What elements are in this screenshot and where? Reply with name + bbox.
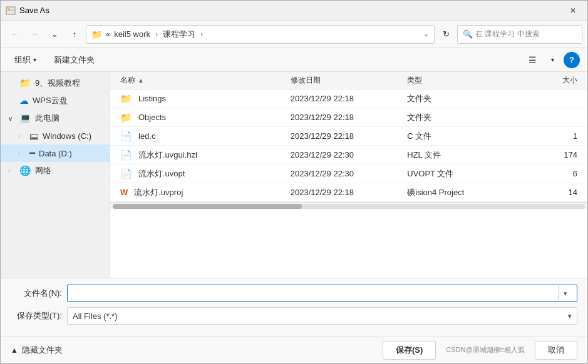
expand-arrow-computer: ∨ (8, 115, 16, 122)
col-size-label: 大小 (562, 76, 577, 84)
dropdown-button[interactable]: ⌄ (46, 26, 63, 43)
file-type-cell: HZL 文件 (402, 149, 519, 161)
filetype-select-text: All Files (*.*) (73, 311, 118, 321)
file-type-cell: 文件夹 (402, 112, 519, 123)
sort-arrow-name: ▲ (138, 77, 144, 84)
view-dropdown-button[interactable]: ▾ (544, 52, 561, 68)
file-type-cell: C 文件 (402, 131, 519, 142)
new-folder-label: 新建文件夹 (54, 55, 95, 64)
filetype-select[interactable]: All Files (*.*) ▾ (67, 307, 577, 325)
table-row[interactable]: 📄 流水灯.uvgui.hzl 2023/12/29 22:30 HZL 文件 … (110, 146, 587, 164)
file-date-cell: 2023/12/29 22:30 (286, 150, 403, 159)
svg-rect-2 (11, 9, 14, 11)
scrollbar-thumb (113, 204, 302, 209)
toolbar-row: ← → ⌄ ↑ 📁 « keil5 work › 课程学习 › ⌄ ↻ 🔍 在 … (1, 21, 587, 48)
uvproj-icon: W (120, 188, 128, 197)
col-type-label: 类型 (407, 76, 422, 84)
refresh-button[interactable]: ↻ (437, 26, 455, 43)
filename-input-wrapper[interactable]: ▾ (67, 285, 577, 302)
network-icon: 🌐 (19, 165, 31, 176)
file-date-cell: 2023/12/29 22:18 (286, 113, 403, 122)
action-row: 组织 ▾ 新建文件夹 ☰ ▾ ? (1, 48, 587, 72)
col-header-date[interactable]: 修改日期 (286, 75, 403, 86)
file-name-text: 流水灯.uvproj (134, 187, 183, 198)
address-part-separator: « (106, 29, 110, 39)
sidebar: 📁 9、视频教程 ☁ WPS云盘 ∨ 💻 此电脑 › 🖴 Windows (C:… (1, 72, 110, 278)
expand-arrow-windows: › (18, 133, 26, 139)
file-date-cell: 2023/12/29 22:18 (286, 94, 403, 103)
file-size-cell: 14 (519, 188, 582, 197)
filename-label: 文件名(N): (11, 288, 67, 299)
file-name-text: Listings (138, 94, 166, 103)
sidebar-label-windows: Windows (C:) (43, 131, 91, 141)
col-header-size[interactable]: 大小 (519, 75, 582, 86)
sidebar-item-windows[interactable]: › 🖴 Windows (C:) (1, 127, 110, 144)
organize-button[interactable]: 组织 ▾ (8, 52, 43, 68)
sidebar-label-data: Data (D:) (39, 149, 72, 158)
sidebar-item-videos[interactable]: 📁 9、视频教程 (1, 74, 110, 92)
window-icon (6, 6, 16, 16)
filename-dropdown-arrow[interactable]: ▾ (558, 285, 572, 302)
address-chevron-2: › (200, 30, 203, 39)
file-name-cell: 📁 Listings (115, 93, 286, 104)
table-row[interactable]: 📄 流水灯.uvopt 2023/12/29 22:30 UVOPT 文件 6 (110, 164, 587, 183)
sidebar-label-network: 网络 (35, 165, 51, 176)
filetype-dropdown-arrow: ▾ (568, 312, 572, 320)
address-dropdown-arrow[interactable]: ⌄ (423, 30, 429, 38)
file-date-cell: 2023/12/29 22:18 (286, 188, 403, 197)
search-icon: 🔍 (463, 29, 473, 39)
file-name-text: 流水灯.uvopt (138, 168, 185, 179)
file-list-body: 📁 Listings 2023/12/29 22:18 文件夹 📁 Object… (110, 89, 587, 278)
address-part-2: 课程学习 (163, 29, 195, 40)
col-header-name[interactable]: 名称 ▲ (115, 75, 286, 86)
file-name-text: led.c (138, 131, 155, 141)
sidebar-item-data[interactable]: › ━ Data (D:) (1, 144, 110, 162)
action-right: ☰ ▾ ? (524, 52, 580, 68)
save-button[interactable]: 保存(S) (383, 341, 436, 360)
horizontal-scrollbar[interactable] (110, 202, 587, 210)
file-name-cell: 📄 led.c (115, 131, 286, 142)
file-type-cell: 碘ision4 Project (402, 187, 519, 198)
title-bar: Save As ✕ (1, 1, 587, 21)
cancel-button[interactable]: 取消 (535, 341, 577, 360)
file-icon: 📄 (120, 149, 132, 161)
help-button[interactable]: ? (564, 52, 580, 68)
sidebar-item-network[interactable]: › 🌐 网络 (1, 162, 110, 179)
close-button[interactable]: ✕ (559, 1, 587, 21)
file-rows-container: 📁 Listings 2023/12/29 22:18 文件夹 📁 Object… (110, 89, 587, 202)
file-list-header: 名称 ▲ 修改日期 类型 大小 (110, 72, 587, 89)
table-row[interactable]: 📄 led.c 2023/12/29 22:18 C 文件 1 (110, 127, 587, 146)
scrollbar-track (113, 204, 585, 209)
filename-input[interactable] (73, 289, 555, 298)
search-box[interactable]: 🔍 在 课程学习 中搜索 (457, 25, 582, 44)
file-type-cell: 文件夹 (402, 93, 519, 104)
organize-label: 组织 (14, 54, 31, 66)
file-size-cell: 1 (519, 131, 582, 141)
bottom-form-area: 文件名(N): ▾ 保存类型(T): All Files (*.*) ▾ (1, 278, 587, 336)
up-button[interactable]: ↑ (66, 26, 83, 43)
file-type-cell: UVOPT 文件 (402, 168, 519, 179)
sidebar-label-computer: 此电脑 (35, 113, 59, 124)
new-folder-button[interactable]: 新建文件夹 (48, 52, 101, 68)
folder-icon: 📁 (120, 112, 132, 123)
svg-rect-1 (8, 8, 10, 11)
view-button[interactable]: ☰ (524, 52, 541, 68)
sidebar-item-wps[interactable]: ☁ WPS云盘 (1, 92, 110, 109)
filetype-label: 保存类型(T): (11, 310, 67, 321)
file-size-cell: 174 (519, 150, 582, 159)
table-row[interactable]: 📁 Listings 2023/12/29 22:18 文件夹 (110, 89, 587, 108)
window-title: Save As (19, 6, 559, 15)
file-date-cell: 2023/12/29 22:30 (286, 169, 403, 178)
back-button[interactable]: ← (6, 26, 23, 43)
disk-icon-data: ━ (29, 148, 35, 159)
hide-folders-button[interactable]: ▲ 隐藏文件夹 (11, 345, 63, 356)
table-row[interactable]: 📁 Objects 2023/12/29 22:18 文件夹 (110, 108, 587, 127)
table-row[interactable]: W 流水灯.uvproj 2023/12/29 22:18 碘ision4 Pr… (110, 183, 587, 202)
address-folder-icon: 📁 (91, 29, 102, 39)
file-name-cell: W 流水灯.uvproj (115, 187, 286, 198)
forward-button[interactable]: → (26, 26, 43, 43)
sidebar-item-computer[interactable]: ∨ 💻 此电脑 (1, 109, 110, 127)
col-header-type[interactable]: 类型 (402, 75, 519, 86)
file-icon: 📄 (120, 168, 132, 179)
address-bar[interactable]: 📁 « keil5 work › 课程学习 › ⌄ (86, 25, 435, 44)
